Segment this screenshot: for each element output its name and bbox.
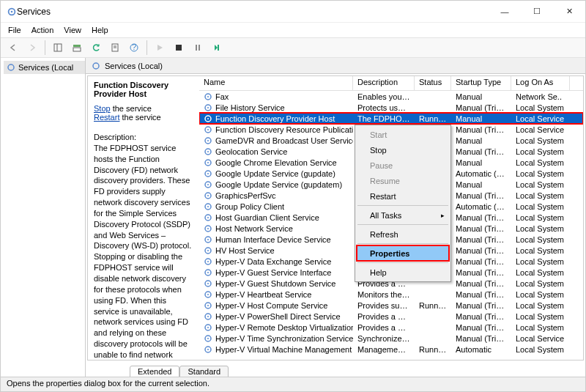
pause-service-button[interactable]: [190, 40, 206, 56]
menu-view[interactable]: View: [64, 26, 81, 34]
show-hide-tree-button[interactable]: [50, 40, 66, 56]
toolbar-separator: [146, 40, 147, 55]
window-title: Services: [17, 7, 489, 17]
table-row[interactable]: File History ServiceProtects user fil..M…: [199, 102, 583, 113]
service-description: Provides a platf..: [353, 323, 415, 332]
svg-rect-5: [73, 48, 81, 51]
minimize-button[interactable]: —: [489, 1, 521, 23]
service-logon: Network Se..: [511, 92, 570, 101]
menu-help[interactable]: Help: [92, 26, 108, 34]
list-body[interactable]: FaxEnables you to ..ManualNetwork Se..Fi…: [199, 91, 583, 360]
ctx-refresh[interactable]: Refresh: [357, 226, 449, 242]
service-logon: Local System: [511, 180, 570, 189]
service-name: HV Host Service: [215, 246, 275, 255]
ctx-start[interactable]: Start: [357, 127, 449, 142]
gear-icon: [204, 246, 212, 255]
gear-icon: [204, 345, 212, 354]
service-startup-type: Automatic: [451, 345, 511, 354]
service-name: GameDVR and Broadcast User Service_16f6.…: [215, 136, 353, 145]
col-header-logon[interactable]: Log On As: [511, 76, 570, 90]
svg-point-38: [207, 206, 209, 207]
description-label: Description:: [94, 132, 193, 143]
svg-point-34: [207, 184, 209, 185]
maximize-button[interactable]: ☐: [521, 1, 553, 23]
service-status: Running: [415, 301, 451, 310]
properties-button[interactable]: [107, 40, 123, 56]
table-row[interactable]: Function Discovery Provider HostThe FDPH…: [199, 113, 583, 124]
selected-service-name: Function Discovery Provider Host: [94, 81, 193, 98]
services-list[interactable]: Name Description Status Startup Type Log…: [199, 76, 583, 360]
menu-action[interactable]: Action: [31, 26, 54, 34]
services-app-icon: [7, 7, 17, 17]
gear-icon: [204, 114, 212, 123]
gear-icon: [92, 62, 100, 70]
service-startup-type: Manual (Trigg..: [451, 257, 511, 266]
service-status: Running: [415, 114, 451, 123]
service-startup-type: Manual (Trigg..: [451, 191, 511, 200]
svg-point-15: [8, 64, 14, 70]
forward-button[interactable]: [24, 40, 40, 56]
table-row[interactable]: Hyper-V Time Synchronization ServiceSync…: [199, 333, 583, 344]
gear-icon: [204, 147, 212, 156]
service-name: Hyper-V Guest Shutdown Service: [215, 279, 335, 288]
svg-rect-12: [196, 45, 197, 51]
svg-point-56: [207, 305, 209, 306]
ctx-pause[interactable]: Pause: [357, 158, 449, 173]
gear-icon: [204, 290, 212, 299]
service-logon: Local System: [511, 213, 570, 222]
col-header-status[interactable]: Status: [415, 76, 451, 90]
col-header-description[interactable]: Description: [353, 76, 415, 90]
console-tree[interactable]: Services (Local: [1, 58, 86, 377]
gear-icon: [204, 180, 212, 189]
service-description: Enables you to ..: [353, 92, 415, 101]
view-tabs[interactable]: Extended Standard: [86, 362, 585, 377]
service-startup-type: Manual: [451, 114, 511, 123]
refresh-button[interactable]: [88, 40, 104, 56]
ctx-help[interactable]: Help: [357, 265, 449, 280]
tab-standard[interactable]: Standard: [179, 366, 229, 377]
ctx-restart[interactable]: Restart: [357, 188, 449, 204]
svg-point-42: [207, 228, 209, 229]
restart-service-link[interactable]: Restart: [94, 113, 119, 122]
service-startup-type: Manual (Trigg..: [451, 279, 511, 288]
menu-file[interactable]: File: [8, 26, 21, 34]
toolbar: ?: [1, 37, 585, 58]
context-menu[interactable]: Start Stop Pause Resume Restart All Task…: [355, 125, 451, 282]
ctx-resume[interactable]: Resume: [357, 173, 449, 188]
col-header-name[interactable]: Name: [199, 76, 353, 90]
table-row[interactable]: FaxEnables you to ..ManualNetwork Se..: [199, 91, 583, 102]
table-row[interactable]: Hyper-V Host Compute ServiceProvides sup…: [199, 300, 583, 311]
export-list-button[interactable]: [69, 40, 85, 56]
table-row[interactable]: Hyper-V PowerShell Direct ServiceProvide…: [199, 311, 583, 322]
ctx-all-tasks[interactable]: All Tasks: [357, 207, 449, 223]
tab-extended[interactable]: Extended: [130, 366, 179, 377]
service-logon: Local System: [511, 202, 570, 211]
gear-icon: [204, 334, 212, 343]
list-header[interactable]: Name Description Status Startup Type Log…: [199, 76, 583, 91]
statusbar-text: Opens the properties dialog box for the …: [7, 379, 209, 388]
service-description: Provides a mec..: [353, 312, 415, 321]
ctx-stop[interactable]: Stop: [357, 142, 449, 158]
svg-point-32: [207, 173, 209, 174]
gear-icon: [204, 224, 212, 233]
service-logon: Local System: [511, 279, 570, 288]
ctx-properties[interactable]: Properties: [357, 245, 449, 261]
stop-service-link[interactable]: Stop: [94, 104, 111, 113]
start-service-button[interactable]: [152, 40, 168, 56]
titlebar: Services — ☐ ✕: [1, 1, 585, 23]
service-logon: Local System: [511, 246, 570, 255]
table-row[interactable]: Hyper-V Remote Desktop Virtualization Se…: [199, 322, 583, 333]
back-button[interactable]: [5, 40, 21, 56]
gear-icon: [204, 235, 212, 244]
tree-item-services-local[interactable]: Services (Local: [4, 61, 85, 74]
help-button[interactable]: ?: [126, 40, 142, 56]
restart-service-button[interactable]: [209, 40, 225, 56]
table-row[interactable]: Hyper-V Virtual Machine ManagementManage…: [199, 344, 583, 355]
svg-point-50: [207, 272, 209, 273]
stop-service-button[interactable]: [171, 40, 187, 56]
svg-point-26: [207, 140, 209, 141]
gear-icon: [204, 125, 212, 134]
table-row[interactable]: Hyper-V Heartbeat ServiceMonitors the st…: [199, 289, 583, 300]
col-header-startup-type[interactable]: Startup Type: [451, 76, 511, 90]
close-button[interactable]: ✕: [553, 1, 585, 23]
